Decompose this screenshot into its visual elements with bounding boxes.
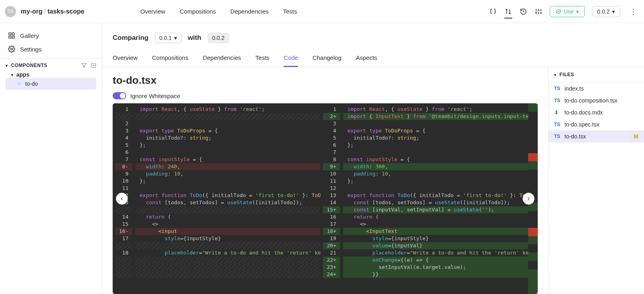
comparing-label: Comparing: [113, 34, 149, 42]
top-nav: Overview Compositions Dependencies Tests: [140, 8, 297, 15]
file-name: to-do.tsx: [564, 133, 586, 140]
version-dropdown[interactable]: 0.0.2 ▾: [592, 6, 620, 17]
ignore-whitespace-row: Ignore Whitespace: [113, 92, 538, 99]
compare-from-dropdown[interactable]: 0.0.1 ▾: [155, 33, 181, 43]
caret-down-icon: ▾: [11, 73, 13, 77]
svg-rect-1: [12, 33, 14, 35]
react-icon: ⚛: [17, 81, 22, 87]
use-button[interactable]: Use ▾: [550, 6, 585, 17]
compare-row: Comparing 0.0.1 ▾ with 0.0.2: [102, 23, 644, 50]
sidebar-leaf-todo[interactable]: ⚛ to-do: [6, 78, 96, 90]
code-right[interactable]: import React, { useState } from 'react';…: [343, 103, 528, 294]
file-item[interactable]: TSto-do.composition.tsx: [549, 95, 644, 107]
sidebar-item-label: Gallery: [20, 32, 39, 39]
prev-file-button[interactable]: ‹: [116, 193, 128, 205]
top-right: Use ▾ 0.0.2 ▾ ⋮: [489, 6, 639, 17]
gutter-right: 1 2+ 3 4 5 6 7 8 9+ 10 11 12 13 1415+ 16…: [320, 103, 343, 294]
breadcrumb-scope[interactable]: tasks-scope: [48, 8, 85, 15]
files-panel: ▾ FILES TSindex.tsTSto-do.composition.ts…: [548, 67, 644, 294]
ignore-whitespace-toggle[interactable]: [113, 92, 126, 99]
subtabs: Overview Compositions Dependencies Tests…: [102, 50, 644, 67]
compare-to-value: 0.0.2: [212, 35, 225, 41]
file-item[interactable]: ⬇to-do.docs.mdx: [549, 107, 644, 118]
gear-icon: [8, 45, 15, 53]
code-left[interactable]: import React, { useState } from 'react';…: [135, 103, 320, 294]
mdx-icon: ⬇: [554, 109, 561, 116]
file-item[interactable]: TSto-do.tsxM: [549, 130, 644, 142]
svg-rect-3: [12, 36, 14, 38]
history-icon[interactable]: [519, 8, 527, 16]
file-title: to-do.tsx: [113, 74, 538, 87]
caret-down-icon: ▾: [554, 73, 557, 77]
breadcrumb-sep: /: [44, 8, 46, 15]
sidebar: Gallery Settings ▾ COMPONENTS ▾: [0, 23, 102, 294]
svg-point-4: [11, 48, 13, 50]
subtab-compositions[interactable]: Compositions: [152, 50, 189, 67]
subtab-dependencies[interactable]: Dependencies: [203, 50, 241, 67]
file-item[interactable]: TSindex.ts: [549, 83, 644, 95]
braces-icon[interactable]: [489, 8, 497, 16]
diff-left-pane: 1 2 3 4 5 6 7 8- 9 10 11 12 13 14 1516- …: [113, 103, 320, 294]
file-name: to-do.composition.tsx: [564, 97, 617, 104]
subtab-code[interactable]: Code: [284, 50, 298, 67]
files-label: FILES: [560, 72, 574, 77]
kebab-menu[interactable]: ⋮: [627, 7, 639, 16]
compare-from: 0.0.1: [159, 35, 172, 41]
grid-icon: [8, 32, 15, 39]
with-label: with: [188, 34, 201, 42]
components-label: COMPONENTS: [11, 63, 48, 68]
subtab-aspects[interactable]: Aspects: [356, 50, 377, 67]
files-heading[interactable]: ▾ FILES: [549, 67, 644, 83]
ts-icon: TS: [554, 122, 561, 127]
diff-right-pane: 1 2+ 3 4 5 6 7 8 9+ 10 11 12 13 1415+ 16…: [320, 103, 528, 294]
version-label: 0.0.2: [597, 8, 610, 15]
add-icon[interactable]: [91, 63, 96, 68]
sidebar-item-gallery[interactable]: Gallery: [8, 29, 94, 42]
subtab-changelog[interactable]: Changelog: [312, 50, 342, 67]
box-icon: [556, 9, 561, 14]
diff-view: ‹ 1 2 3 4 5 6 7 8- 9 10 11 12 13 14 1516…: [113, 103, 538, 294]
sidebar-group-apps[interactable]: ▾ apps: [6, 68, 96, 78]
main: Comparing 0.0.1 ▾ with 0.0.2 Overview Co…: [102, 23, 644, 294]
svg-rect-0: [9, 33, 11, 35]
ts-icon: TS: [554, 98, 561, 103]
filter-icon[interactable]: [81, 63, 87, 68]
leaf-label: to-do: [25, 81, 38, 87]
next-file-button[interactable]: ›: [523, 193, 535, 205]
ignore-whitespace-label: Ignore Whitespace: [130, 93, 180, 99]
subtab-tests[interactable]: Tests: [255, 50, 269, 67]
topnav-tests[interactable]: Tests: [283, 8, 297, 15]
sidebar-item-settings[interactable]: Settings: [8, 42, 94, 56]
caret-down-icon: ▾: [576, 8, 579, 15]
caret-down-icon: ▾: [6, 63, 8, 68]
ts-icon: TS: [554, 86, 561, 91]
breadcrumb-org[interactable]: my-org: [21, 8, 42, 15]
topnav-compositions[interactable]: Compositions: [180, 8, 216, 15]
subtab-overview[interactable]: Overview: [113, 50, 138, 67]
breadcrumb[interactable]: my-org/tasks-scope: [21, 8, 84, 15]
file-item[interactable]: TSto-do.spec.tsx: [549, 118, 644, 130]
group-label: apps: [16, 71, 30, 78]
ts-icon: TS: [554, 134, 561, 139]
file-name: to-do.spec.tsx: [564, 121, 599, 128]
file-name: index.ts: [564, 85, 584, 92]
use-label: Use: [564, 8, 574, 15]
sidebar-item-label: Settings: [20, 46, 42, 53]
file-badge: M: [634, 133, 638, 140]
components-heading[interactable]: ▾ COMPONENTS: [6, 63, 96, 68]
code-column: to-do.tsx Ignore Whitespace ‹ 1 2 3 4 5 …: [102, 67, 548, 294]
topnav-dependencies[interactable]: Dependencies: [231, 8, 269, 15]
avatar[interactable]: TA: [5, 6, 16, 17]
topbar: TA my-org/tasks-scope Overview Compositi…: [0, 0, 644, 23]
svg-rect-2: [9, 36, 11, 38]
compare-to: 0.0.2: [208, 33, 229, 43]
file-name: to-do.docs.mdx: [564, 109, 603, 116]
topnav-overview[interactable]: Overview: [140, 8, 165, 15]
compare-icon[interactable]: [504, 11, 512, 19]
sliders-icon[interactable]: [535, 8, 543, 16]
caret-down-icon: ▾: [174, 35, 177, 41]
caret-down-icon: ▾: [612, 8, 615, 15]
